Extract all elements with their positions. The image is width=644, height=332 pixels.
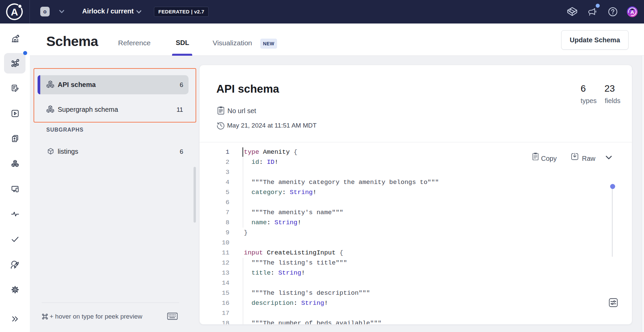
- svg-text:A: A: [11, 6, 18, 17]
